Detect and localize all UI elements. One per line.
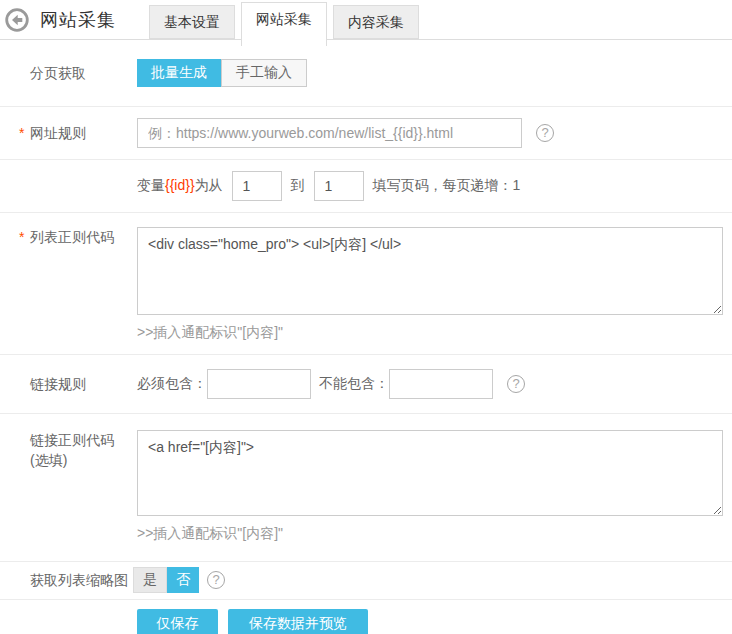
- footer-actions: 仅保存 保存数据并预览: [0, 600, 732, 634]
- page-to-input[interactable]: [314, 171, 364, 201]
- tab-content-collection[interactable]: 内容采集: [333, 5, 419, 39]
- page-from-input[interactable]: [232, 171, 282, 201]
- link-rule-help-icon[interactable]: ?: [507, 375, 525, 393]
- row-link-rule: 链接规则 必须包含： 不能包含： ?: [0, 355, 732, 414]
- must-contain-input[interactable]: [207, 369, 311, 399]
- thumbnail-yes-button[interactable]: 是: [133, 567, 167, 593]
- list-regex-insert-token-link[interactable]: >>插入通配标识"[内容]": [137, 324, 283, 342]
- row-url-rule: *网址规则 ?: [0, 107, 732, 160]
- pagination-manual-button[interactable]: 手工输入: [221, 59, 307, 87]
- url-rule-label: *网址规则: [0, 118, 137, 148]
- variable-id-token: {{id}}: [165, 177, 195, 193]
- title-area: 网站采集: [0, 0, 116, 40]
- row-link-regex: 链接正则代码 (选填) <a href="[内容]"> >>插入通配标识"[内容…: [0, 414, 732, 562]
- back-arrow-icon: [5, 8, 29, 32]
- row-thumbnail: 获取列表缩略图 是 否 ?: [0, 562, 732, 600]
- page-title: 网站采集: [40, 8, 116, 32]
- not-contain-label: 不能包含：: [319, 375, 389, 393]
- header: 网站采集 基本设置 网站采集 内容采集: [0, 0, 732, 40]
- url-rule-input[interactable]: [137, 118, 522, 148]
- must-contain-label: 必须包含：: [137, 375, 207, 393]
- site-collection-page: 网站采集 基本设置 网站采集 内容采集 分页获取 批量生成 手工输入 *网址规则…: [0, 0, 732, 634]
- required-asterisk: *: [19, 118, 24, 148]
- link-regex-label: 链接正则代码 (选填): [0, 430, 137, 543]
- link-regex-optional-label: (选填): [30, 450, 137, 470]
- list-regex-label: *列表正则代码: [0, 227, 137, 342]
- back-button[interactable]: [5, 8, 29, 32]
- row-pagination: 分页获取 批量生成 手工输入: [0, 40, 732, 107]
- variable-to-label: 到: [291, 177, 305, 195]
- not-contain-input[interactable]: [389, 369, 493, 399]
- link-regex-insert-token-link[interactable]: >>插入通配标识"[内容]": [137, 525, 283, 543]
- save-and-preview-button[interactable]: 保存数据并预览: [228, 609, 368, 634]
- variable-text-prefix: 变量{{id}}为从: [137, 177, 223, 195]
- row-variable: 变量{{id}}为从 到 填写页码，每页递增：1: [0, 160, 732, 213]
- required-asterisk: *: [19, 227, 24, 247]
- tab-bar: 基本设置 网站采集 内容采集: [149, 0, 425, 39]
- tab-basic-settings[interactable]: 基本设置: [149, 5, 235, 39]
- thumbnail-label: 获取列表缩略图: [0, 567, 133, 593]
- url-rule-help-icon[interactable]: ?: [536, 124, 554, 142]
- thumbnail-help-icon[interactable]: ?: [207, 571, 225, 589]
- save-only-button[interactable]: 仅保存: [137, 609, 218, 634]
- pagination-label: 分页获取: [0, 59, 137, 87]
- variable-text-suffix: 填写页码，每页递增：1: [373, 177, 521, 195]
- thumbnail-no-button[interactable]: 否: [167, 567, 199, 593]
- row-list-regex: *列表正则代码 <div class="home_pro"> <ul>[内容] …: [0, 213, 732, 355]
- link-rule-label: 链接规则: [0, 369, 137, 399]
- tab-site-collection[interactable]: 网站采集: [241, 2, 327, 46]
- list-regex-textarea[interactable]: <div class="home_pro"> <ul>[内容] </ul>: [137, 227, 723, 315]
- pagination-batch-button[interactable]: 批量生成: [137, 59, 221, 87]
- link-regex-textarea[interactable]: <a href="[内容]">: [137, 430, 723, 516]
